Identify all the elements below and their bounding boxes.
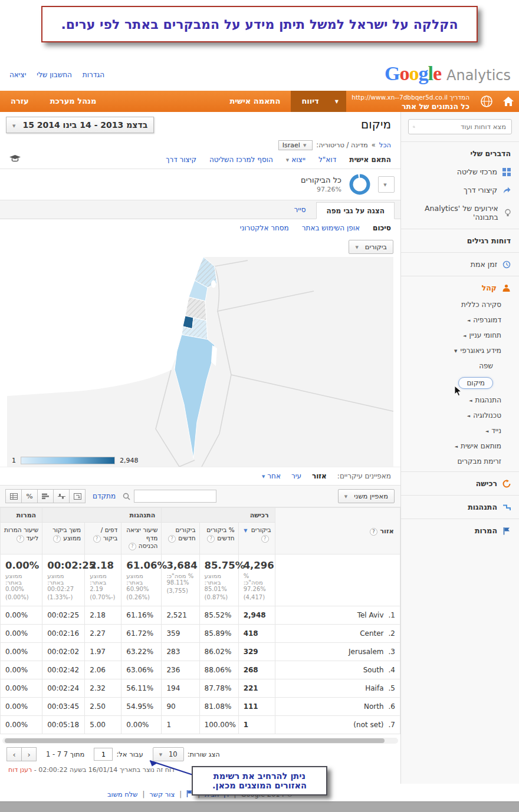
region-link[interactable]: South	[363, 666, 384, 674]
dimension-other[interactable]: אחר	[262, 472, 281, 480]
column-header-bounce-rate[interactable]: שיעור יציאה מדף הכניסה	[121, 523, 162, 554]
sidebar-item-overview[interactable]: סקירה כללית	[401, 297, 519, 312]
settings-link[interactable]: הגדרות	[83, 71, 104, 79]
table-row[interactable]: 4.South 268 88.06% 236 63.06% 2.06 00:02…	[1, 661, 400, 679]
horizontal-scrollbar[interactable]	[2, 738, 398, 744]
column-header-pct-new-visits[interactable]: % ביקורים חדשים	[199, 523, 238, 554]
scrollbar-thumb[interactable]	[5, 738, 385, 743]
secondary-dimension-button[interactable]: מאפיין משני	[338, 489, 395, 503]
goto-page-input[interactable]	[94, 748, 113, 761]
sidebar-item-language[interactable]: שפה	[401, 358, 519, 374]
data-table-view-icon[interactable]	[5, 489, 22, 503]
table-row[interactable]: 7.(not set) 1 100.00% 1 0.00% 5.00 00:05…	[1, 716, 400, 734]
account-selector[interactable]: המדריך http://www.xn--7dbbqer5d.co.il כל…	[350, 91, 475, 112]
tab-explorer[interactable]: סייר	[294, 206, 306, 219]
sidebar-item-technology[interactable]: טכנולוגיה	[401, 408, 519, 423]
region-link[interactable]: Center	[360, 629, 383, 638]
help-icon[interactable]	[261, 535, 269, 543]
map-metric-dropdown[interactable]: ביקורים	[349, 240, 393, 254]
sidebar-item-shortcuts[interactable]: קיצורי דרך	[401, 181, 519, 199]
sidebar-item-geo[interactable]: מידע גיאוגרפי	[401, 343, 519, 358]
segment-collapse-button[interactable]	[378, 176, 395, 193]
column-header-pages-per-visit[interactable]: דפים / ביקור	[85, 523, 121, 554]
sidebar-item-intelligence-events[interactable]: אירועים של 'Analytics בתבונה'	[401, 199, 519, 226]
sidebar-item-conversions[interactable]: המרות	[401, 521, 519, 540]
sidebar-item-dashboards[interactable]: מרכזי שליטה	[401, 163, 519, 181]
table-row[interactable]: 3.Jerusalem 329 86.02% 283 63.22% 1.97 0…	[1, 643, 400, 661]
region-link[interactable]: Tel Aviv	[357, 611, 384, 619]
date-range-picker[interactable]: 15 בדצמ 2013 - 14 בינו 2014	[6, 117, 154, 133]
email-button[interactable]: דוא"ל	[318, 156, 336, 164]
nav-tab-reporting[interactable]: דיווח	[291, 91, 329, 112]
help-icon[interactable]	[168, 535, 176, 543]
segment-label-block[interactable]: כל הביקורים 97.26%	[301, 176, 341, 193]
table-row[interactable]: 6.North 111 81.08% 90 54.95% 2.50 00:03:…	[1, 698, 400, 716]
search-icon[interactable]	[123, 493, 130, 500]
dimension-region[interactable]: אזור	[312, 472, 327, 480]
report-search-input[interactable]	[419, 122, 507, 131]
column-header-visits[interactable]: ביקורים	[238, 523, 275, 554]
home-icon[interactable]	[498, 91, 519, 112]
column-header-new-visits[interactable]: ביקורים חדשים	[162, 523, 199, 554]
region-link[interactable]: (not set)	[353, 721, 383, 729]
region-link[interactable]: Jerusalem	[349, 648, 383, 656]
israel-map[interactable]	[7, 257, 393, 467]
shortcut-button[interactable]: קיצור דרך	[166, 156, 196, 164]
column-header-goal-conversion[interactable]: שיעור המרות ליעד	[1, 523, 42, 554]
help-icon[interactable]	[129, 543, 136, 550]
sidebar-item-custom[interactable]: מותאם אישית	[401, 438, 519, 454]
segment-donut-chart[interactable]	[349, 173, 371, 196]
help-icon[interactable]	[93, 535, 101, 543]
export-button[interactable]: ייצוא	[286, 156, 306, 164]
breadcrumb-all[interactable]: הכל	[379, 141, 391, 149]
sidebar-item-visitors-flow[interactable]: זרימת מבקרים	[401, 454, 519, 469]
table-row[interactable]: 2.Center 418 85.89% 359 61.72% 2.27 00:0…	[1, 625, 400, 643]
nav-tab-admin[interactable]: מנהל מערכת	[40, 91, 107, 112]
graduation-cap-icon[interactable]	[9, 155, 21, 164]
sidebar-item-interests[interactable]: תחומי עניין	[401, 328, 519, 343]
table-row[interactable]: 5.Haifa 221 87.78% 194 56.11% 2.32 00:02…	[1, 679, 400, 698]
globe-icon[interactable]	[475, 91, 498, 112]
sidebar-item-mobile[interactable]: נייד	[401, 423, 519, 438]
help-icon[interactable]	[370, 528, 377, 536]
prev-page-button[interactable]: ‹	[6, 747, 22, 761]
sidebar-item-location[interactable]: מיקום	[401, 374, 519, 392]
region-link[interactable]: North	[364, 702, 384, 711]
dimension-city[interactable]: עיר	[291, 472, 301, 480]
footer-contact-link[interactable]: צור קשר	[149, 790, 175, 798]
footer-feedback-link[interactable]: שלח משוב	[107, 790, 138, 798]
sidebar-item-demographics[interactable]: דמוגרפיה	[401, 312, 519, 328]
region-link[interactable]: Haifa	[365, 684, 383, 692]
help-icon[interactable]	[17, 535, 24, 543]
pivot-view-icon[interactable]	[69, 489, 86, 503]
help-icon[interactable]	[53, 535, 61, 543]
percentage-view-icon[interactable]: %	[21, 489, 38, 503]
performance-view-icon[interactable]	[37, 489, 54, 503]
sidebar-item-realtime[interactable]: זמן אמת	[401, 255, 519, 273]
view-ecommerce[interactable]: מסחר אלקטרוני	[240, 224, 289, 232]
comparison-view-icon[interactable]	[53, 489, 70, 503]
advanced-filter-link[interactable]: מתקדם	[93, 492, 116, 500]
next-page-button[interactable]: ›	[21, 747, 37, 761]
sidebar-item-audience[interactable]: קהל	[401, 279, 519, 297]
customize-button[interactable]: התאם אישית	[349, 156, 391, 164]
column-header-avg-duration[interactable]: משך ביקור ממוצע	[42, 523, 85, 554]
nav-tab-help[interactable]: עזרה	[0, 91, 40, 112]
nav-reporting-caret[interactable]	[330, 91, 346, 112]
column-header-region[interactable]: אזור	[275, 508, 400, 554]
table-row[interactable]: 1.Tel Aviv 2,948 85.52% 2,521 61.16% 2.1…	[1, 606, 400, 625]
refresh-report-link[interactable]: רענן דוח	[8, 766, 32, 774]
nav-tab-customization[interactable]: התאמה אישית	[219, 91, 291, 112]
location-highlight[interactable]: מיקום	[458, 377, 493, 389]
geo-map[interactable]: 1 2,948	[7, 257, 393, 467]
view-site-usage[interactable]: אופן השימוש באתר	[302, 224, 360, 232]
sign-out-link[interactable]: יציאה	[9, 71, 26, 79]
country-select[interactable]: Israel	[278, 140, 313, 150]
add-to-dashboard-button[interactable]: הוסף למרכז השליטה	[209, 156, 273, 164]
sidebar-item-acquisition[interactable]: רכישה	[401, 474, 519, 493]
view-summary[interactable]: סיכום	[373, 224, 391, 232]
help-icon[interactable]	[207, 535, 215, 543]
table-search-input[interactable]	[134, 490, 216, 503]
sidebar-item-behavior[interactable]: התנהגות	[401, 498, 519, 516]
report-search-box[interactable]	[408, 119, 512, 134]
